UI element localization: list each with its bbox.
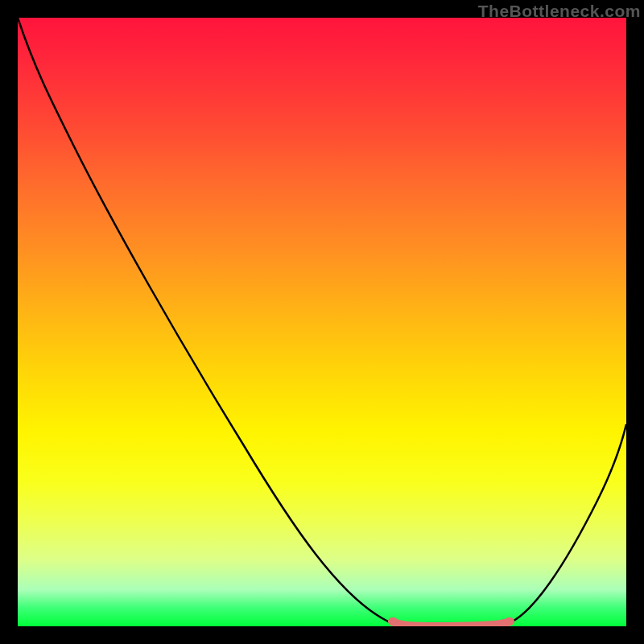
curve-svg [18, 18, 626, 626]
highlight-dot-right [505, 617, 513, 625]
chart-container: TheBottleneck.com [0, 0, 644, 644]
bottleneck-curve-path [18, 18, 626, 626]
highlight-dot-left [390, 617, 398, 625]
highlight-band-path [392, 621, 510, 626]
plot-area [18, 18, 626, 626]
watermark-text: TheBottleneck.com [478, 2, 641, 21]
